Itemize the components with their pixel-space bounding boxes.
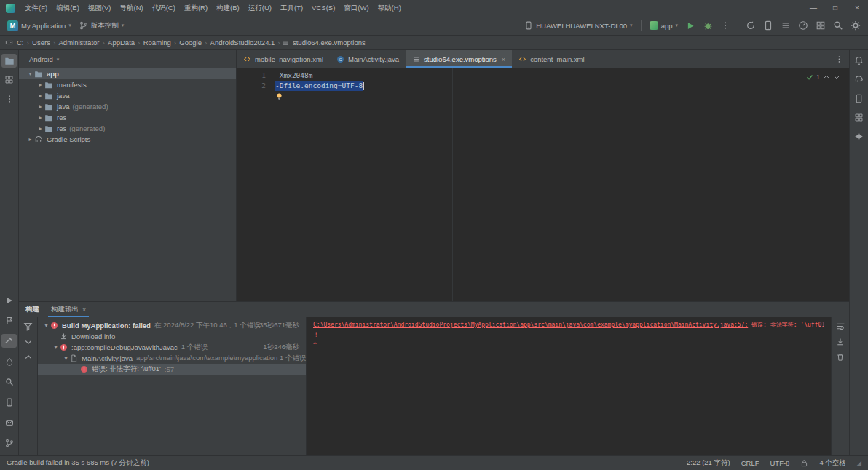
indent-setting[interactable]: 4 个空格 <box>819 458 845 468</box>
menu-file[interactable]: 文件(F) <box>20 0 52 16</box>
maximize-button[interactable]: □ <box>824 0 846 16</box>
line-separator[interactable]: CRLF <box>741 459 760 467</box>
vcs-widget[interactable]: 版本控制 ▾ <box>77 18 127 33</box>
menu-code[interactable]: 代码(C) <box>148 0 180 16</box>
console-file-link[interactable]: C:\Users\Administrator\AndroidStudioProj… <box>313 322 748 328</box>
tree-item-java-generated[interactable]: ▸ java (generated) <box>19 101 236 112</box>
device-manager-icon[interactable] <box>763 20 773 31</box>
run-tool-button[interactable] <box>1 293 17 307</box>
device-manager-tool-button[interactable] <box>851 92 867 105</box>
collapse-all-icon[interactable] <box>24 353 33 362</box>
breadcrumb-item[interactable]: Google <box>178 39 203 47</box>
menu-navigate[interactable]: 导航(N) <box>115 0 147 16</box>
todo-tool-button[interactable] <box>1 415 17 429</box>
gradle-tool-button[interactable] <box>851 73 867 87</box>
tab-content-main[interactable]: content_main.xml <box>512 50 591 68</box>
close-tab-icon[interactable]: × <box>82 306 86 314</box>
chevron-collapsed-icon[interactable]: ▸ <box>36 103 44 110</box>
menu-refactor[interactable]: 重构(R) <box>180 0 212 16</box>
profiler-tool-button[interactable] <box>1 354 17 368</box>
tree-item-manifests[interactable]: ▸ manifests <box>19 79 236 90</box>
breadcrumb-item[interactable]: AndroidStudio2024.1 <box>209 39 277 47</box>
cursor-position[interactable]: 2:22 (21 字符) <box>687 458 730 468</box>
tree-item-java[interactable]: ▸ java <box>19 90 236 101</box>
tab-mobile-navigation[interactable]: mobile_navigation.xml <box>237 50 330 68</box>
tree-item-app[interactable]: ▾ app <box>19 68 236 79</box>
tree-item-res-generated[interactable]: ▸ res (generated) <box>19 123 236 134</box>
expand-all-icon[interactable] <box>24 338 33 346</box>
bookmarks-tool-button[interactable] <box>1 314 17 327</box>
tab-mainactivity[interactable]: MainActivity.java <box>330 50 406 68</box>
build-tool-button[interactable] <box>1 334 17 348</box>
editor-code[interactable]: -Xmx2048m -Dfile.encoding=UTF-8 <box>272 68 849 301</box>
project-view-selector[interactable]: Android <box>29 55 53 63</box>
notifications-tool-button[interactable] <box>851 54 867 68</box>
build-row-mainactivity[interactable]: ▾ MainActivity.java app\src\main\java\co… <box>38 353 306 364</box>
chevron-down-icon[interactable] <box>833 73 840 81</box>
close-tab-icon[interactable]: × <box>502 56 505 63</box>
more-run-options-button[interactable] <box>719 18 732 33</box>
menu-vcs[interactable]: VCS(S) <box>307 0 339 16</box>
tab-vmoptions[interactable]: studio64.exe.vmoptions × <box>406 50 512 68</box>
assistant-tool-button[interactable] <box>851 130 867 143</box>
chevron-collapsed-icon[interactable]: ▸ <box>36 125 44 132</box>
more-tool-windows-button[interactable] <box>1 92 17 105</box>
breadcrumb-item[interactable]: Roaming <box>142 39 173 47</box>
chevron-expanded-icon[interactable]: ▾ <box>62 355 70 362</box>
readonly-lock-icon[interactable] <box>800 459 808 467</box>
breadcrumb-item[interactable]: Users <box>31 39 52 47</box>
breadcrumb-item-file[interactable]: studio64.exe.vmoptions <box>291 39 367 47</box>
inspection-widget[interactable]: 1 <box>806 72 840 82</box>
app-inspection-tool-button[interactable] <box>1 375 17 389</box>
device-selector[interactable]: HUAWEI HUAWEI NXT-DL00 ▾ <box>522 18 634 33</box>
breadcrumb-item[interactable]: AppData <box>106 39 136 47</box>
status-message[interactable]: Gradle build failed in 35 s 685 ms (7 分钟… <box>7 458 149 468</box>
logcat-tool-button[interactable] <box>1 395 17 409</box>
debug-button[interactable] <box>701 18 715 33</box>
chevron-expanded-icon[interactable]: ▾ <box>26 71 34 77</box>
run-configuration-selector[interactable]: app ▾ <box>647 18 680 33</box>
chevron-collapsed-icon[interactable]: ▸ <box>26 136 34 143</box>
close-button[interactable]: × <box>846 0 868 16</box>
project-widget[interactable]: M My Application ▾ <box>5 18 74 33</box>
menu-run[interactable]: 运行(U) <box>244 0 276 16</box>
clear-output-icon[interactable] <box>836 353 845 362</box>
menu-window[interactable]: 窗口(W) <box>339 0 373 16</box>
menu-view[interactable]: 视图(V) <box>84 0 116 16</box>
scroll-to-end-icon[interactable] <box>836 338 845 346</box>
filter-icon[interactable] <box>23 322 33 331</box>
menu-build[interactable]: 构建(B) <box>212 0 244 16</box>
search-everywhere-icon[interactable] <box>833 20 843 31</box>
build-row-download-info[interactable]: Download info <box>38 331 306 342</box>
menu-edit[interactable]: 编辑(E) <box>52 0 84 16</box>
chevron-up-icon[interactable] <box>823 73 830 81</box>
build-row-javac-task[interactable]: ▾ :app:compileDebugJavaWithJavac 1 个错误 1… <box>38 342 306 353</box>
editor-body[interactable]: 1 2 -Xmx2048m -Dfile.encoding=UTF-8 <box>237 68 849 301</box>
resource-manager-tool-button[interactable] <box>1 73 17 87</box>
menu-tools[interactable]: 工具(T) <box>276 0 307 16</box>
logcat-icon[interactable] <box>781 20 791 31</box>
build-output-tab[interactable]: 构建输出 × <box>48 302 89 317</box>
chevron-expanded-icon[interactable]: ▾ <box>42 322 50 329</box>
chevron-collapsed-icon[interactable]: ▸ <box>36 114 44 121</box>
project-tool-button[interactable] <box>1 54 17 68</box>
tree-item-res[interactable]: ▸ res <box>19 112 236 123</box>
tree-item-gradle-scripts[interactable]: ▸ Gradle Scripts <box>19 134 236 145</box>
lightbulb-icon[interactable] <box>275 92 283 100</box>
resize-grip[interactable]: ◢ <box>857 460 861 466</box>
build-console[interactable]: C:\Users\Administrator\AndroidStudioProj… <box>307 317 831 455</box>
breadcrumb-item[interactable]: C: <box>15 39 25 47</box>
build-row-root[interactable]: ▾ Build MyApplication: failed 在 2024/8/2… <box>38 320 306 331</box>
chevron-expanded-icon[interactable]: ▾ <box>52 344 60 351</box>
run-button[interactable] <box>684 18 698 33</box>
tab-bar-options[interactable] <box>835 50 849 68</box>
build-variants-icon[interactable] <box>816 20 826 31</box>
file-encoding[interactable]: UTF-8 <box>770 459 789 467</box>
chevron-collapsed-icon[interactable]: ▸ <box>36 92 44 99</box>
settings-gear-icon[interactable] <box>851 20 861 31</box>
running-devices-tool-button[interactable] <box>851 111 867 124</box>
menu-help[interactable]: 帮助(H) <box>374 0 406 16</box>
chevron-collapsed-icon[interactable]: ▸ <box>36 81 44 88</box>
version-control-tool-button[interactable] <box>1 436 17 450</box>
breadcrumb-item[interactable]: Administrator <box>58 39 101 47</box>
